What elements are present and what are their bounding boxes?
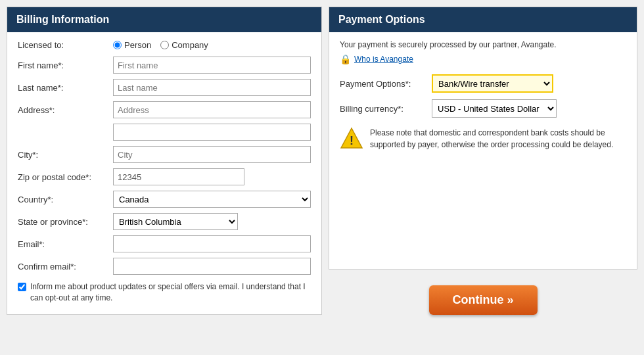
newsletter-checkbox-row: Inform me about product updates or speci… xyxy=(18,281,311,304)
person-label-text: Person xyxy=(124,40,151,50)
email-input[interactable] xyxy=(113,235,311,252)
billing-panel: Billing Information Licensed to: Person … xyxy=(7,7,322,315)
payment-options-select[interactable]: Bank/Wire transfer Credit Card PayPal xyxy=(432,74,553,93)
email-row: Email*: xyxy=(18,235,311,252)
warning-box: ! Please note that domestic and correspo… xyxy=(340,127,626,151)
payment-options-label: Payment Options*: xyxy=(340,79,432,89)
state-label: State or province*: xyxy=(18,217,113,227)
licensed-to-label: Licensed to: xyxy=(18,40,113,50)
address2-input[interactable] xyxy=(113,124,311,141)
continue-wrapper: Continue » xyxy=(329,285,637,315)
payment-title-text: Payment Options xyxy=(338,14,425,25)
zip-label: Zip or postal code*: xyxy=(18,172,113,182)
newsletter-text: Inform me about product updates or speci… xyxy=(30,281,311,304)
state-select[interactable]: British Columbia Alberta Ontario Quebec xyxy=(113,213,238,230)
lastname-input[interactable] xyxy=(113,79,311,96)
state-row: State or province*: British Columbia Alb… xyxy=(18,213,311,230)
billing-title: Billing Information xyxy=(7,7,321,32)
address2-row xyxy=(18,124,311,141)
billing-title-text: Billing Information xyxy=(16,14,109,25)
licensed-to-radio-group: Person Company xyxy=(113,40,208,50)
person-radio-label[interactable]: Person xyxy=(113,40,151,50)
payment-panel: Payment Options Your payment is securely… xyxy=(329,7,637,270)
zip-input[interactable] xyxy=(113,168,244,185)
billing-currency-label: Billing currency*: xyxy=(340,104,432,114)
company-radio-label[interactable]: Company xyxy=(160,40,208,50)
city-label: City*: xyxy=(18,150,113,160)
billing-currency-select[interactable]: USD - United States Dollar EUR - Euro GB… xyxy=(432,99,557,118)
country-row: Country*: Canada United States United Ki… xyxy=(18,191,311,208)
firstname-row: First name*: xyxy=(18,57,311,74)
company-radio[interactable] xyxy=(160,41,169,49)
address-input[interactable] xyxy=(113,101,311,118)
warning-icon: ! xyxy=(340,127,363,151)
address-row: Address*: xyxy=(18,101,311,118)
email-label: Email*: xyxy=(18,239,113,249)
city-input[interactable] xyxy=(113,146,311,163)
payment-options-row: Payment Options*: Bank/Wire transfer Cre… xyxy=(340,74,626,93)
person-radio[interactable] xyxy=(113,41,122,49)
country-label: Country*: xyxy=(18,195,113,204)
billing-currency-row: Billing currency*: USD - United States D… xyxy=(340,99,626,118)
lock-icon: 🔒 xyxy=(340,53,350,65)
payment-title: Payment Options xyxy=(329,7,637,32)
licensed-to-row: Licensed to: Person Company xyxy=(18,40,311,50)
address-label: Address*: xyxy=(18,105,113,115)
firstname-label: First name*: xyxy=(18,60,113,70)
confirm-email-row: Confirm email*: xyxy=(18,258,311,275)
continue-button[interactable]: Continue » xyxy=(429,285,538,315)
company-label-text: Company xyxy=(172,40,208,50)
city-row: City*: xyxy=(18,146,311,163)
zip-row: Zip or postal code*: xyxy=(18,168,311,185)
payment-info-text: Your payment is securely processed by ou… xyxy=(340,40,626,49)
right-column: Payment Options Your payment is securely… xyxy=(329,7,637,315)
avangate-link[interactable]: Who is Avangate xyxy=(354,55,413,64)
country-select[interactable]: Canada United States United Kingdom xyxy=(113,191,311,208)
warning-text: Please note that domestic and correspond… xyxy=(370,127,626,151)
firstname-input[interactable] xyxy=(113,57,311,74)
lastname-label: Last name*: xyxy=(18,83,113,93)
lastname-row: Last name*: xyxy=(18,79,311,96)
confirm-email-label: Confirm email*: xyxy=(18,262,113,272)
newsletter-checkbox[interactable] xyxy=(18,283,26,291)
avangate-row: 🔒 Who is Avangate xyxy=(340,53,626,65)
svg-text:!: ! xyxy=(350,134,354,147)
confirm-email-input[interactable] xyxy=(113,258,311,275)
